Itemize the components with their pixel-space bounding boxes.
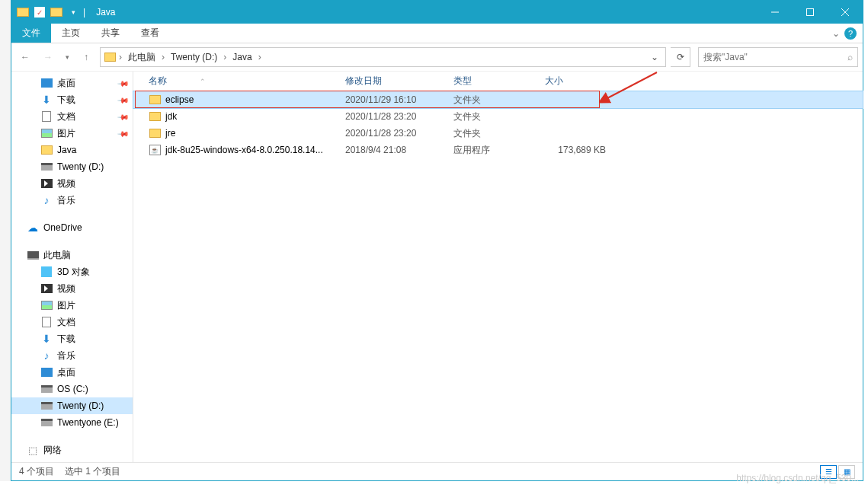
view-details-button[interactable]: ☰ <box>820 465 837 479</box>
folder-icon <box>40 144 53 156</box>
java-icon: ☕ <box>149 144 161 156</box>
body: 桌面📌⬇下载📌文档📌图片📌JavaTwenty (D:)视频♪音乐 ☁ OneD… <box>11 72 863 462</box>
sidebar-item-onedrive[interactable]: ☁ OneDrive <box>11 219 133 236</box>
chevron-right-icon[interactable]: › <box>117 52 123 62</box>
tab-home[interactable]: 主页 <box>51 24 91 43</box>
properties-icon[interactable]: ✓ <box>33 5 46 19</box>
address-bar[interactable]: › 此电脑 › Twenty (D:) › Java › ⌄ <box>100 47 666 67</box>
sidebar-item-this-pc[interactable]: 此电脑 <box>11 247 133 263</box>
music-icon: ♪ <box>40 194 53 206</box>
sidebar-item[interactable]: 图片 <box>11 297 133 314</box>
sidebar-item[interactable]: 3D 对象 <box>11 263 133 280</box>
chevron-right-icon[interactable]: › <box>222 52 228 62</box>
3d-icon <box>40 266 53 278</box>
view-icons-button[interactable]: ▦ <box>838 465 855 479</box>
breadcrumb-folder[interactable]: Java <box>229 50 255 64</box>
tab-share[interactable]: 共享 <box>91 24 130 43</box>
file-row[interactable]: ☕jdk-8u25-windows-x64-8.0.250.18.14...20… <box>133 142 863 158</box>
column-header-size[interactable]: 大小 <box>545 75 621 88</box>
tab-view[interactable]: 查看 <box>130 24 170 43</box>
column-label: 名称 <box>149 75 167 86</box>
tab-file[interactable]: 文件 <box>11 24 51 43</box>
sidebar-item[interactable]: 文档 <box>11 314 133 330</box>
minimize-button[interactable] <box>757 1 793 24</box>
file-date: 2020/11/29 16:10 <box>345 94 453 105</box>
breadcrumb-drive[interactable]: Twenty (D:) <box>168 50 220 64</box>
sidebar-item-label: 音乐 <box>57 349 75 362</box>
cloud-icon: ☁ <box>27 222 39 234</box>
status-bar: 4 个项目 选中 1 个项目 ☰ ▦ <box>11 462 863 480</box>
sidebar-item[interactable]: Twenty (D:) <box>11 397 133 414</box>
sidebar-item-label: 视频 <box>57 177 75 190</box>
sidebar-item[interactable]: 文档📌 <box>11 108 133 125</box>
desktop-icon <box>40 366 53 378</box>
file-date: 2018/9/4 21:08 <box>345 145 453 155</box>
qat-dropdown-icon[interactable]: ▾ <box>66 5 80 19</box>
column-header-name[interactable]: 名称 ⌃ <box>149 75 345 88</box>
sidebar-item-label: 桌面 <box>57 366 75 379</box>
drive-icon <box>40 416 53 429</box>
download-icon: ⬇ <box>40 94 53 106</box>
sidebar-item[interactable]: ♪音乐 <box>11 347 133 364</box>
download-icon: ⬇ <box>40 333 53 345</box>
sidebar-item[interactable]: ♪音乐 <box>11 192 133 209</box>
sidebar-item-network[interactable]: ⬚ 网络 <box>11 442 133 458</box>
file-size: 173,689 KB <box>545 145 621 155</box>
pc-icon <box>27 249 39 261</box>
background-fragment <box>0 0 11 481</box>
file-row[interactable]: jdk2020/11/28 23:20文件夹 <box>133 108 863 125</box>
recent-dropdown[interactable]: ▾ <box>62 48 72 66</box>
sidebar-item-label: 下载 <box>57 94 75 107</box>
folder-icon <box>16 5 30 19</box>
column-header-date[interactable]: 修改日期 <box>345 75 453 88</box>
forward-button[interactable]: → <box>39 48 57 66</box>
search-icon[interactable]: ⌕ <box>847 52 853 62</box>
file-list: eclipse2020/11/29 16:10文件夹jdk2020/11/28 … <box>133 91 863 462</box>
chevron-right-icon[interactable]: › <box>160 52 166 62</box>
search-input[interactable] <box>703 52 847 62</box>
titlebar: ✓ ▾ | Java <box>11 1 863 24</box>
sidebar-item[interactable]: Java <box>11 142 133 158</box>
sidebar-item[interactable]: OS (C:) <box>11 381 133 397</box>
chevron-down-icon[interactable]: ⌄ <box>832 28 840 39</box>
folder-icon <box>104 51 116 63</box>
video-icon <box>40 282 53 295</box>
file-row[interactable]: eclipse2020/11/29 16:10文件夹 <box>133 91 863 108</box>
chevron-right-icon[interactable]: › <box>257 52 263 62</box>
column-header-type[interactable]: 类型 <box>453 75 545 88</box>
maximize-button[interactable] <box>793 1 828 24</box>
sidebar-item[interactable]: Twenty (D:) <box>11 158 133 175</box>
file-name: jdk-8u25-windows-x64-8.0.250.18.14... <box>165 145 345 155</box>
sidebar-item[interactable]: ⬇下载 <box>11 330 133 347</box>
up-button[interactable]: ↑ <box>77 48 95 66</box>
refresh-button[interactable]: ⟳ <box>671 47 690 67</box>
sidebar-item[interactable]: 图片📌 <box>11 125 133 142</box>
column-headers: 名称 ⌃ 修改日期 类型 大小 <box>133 72 863 91</box>
navigation-pane: 桌面📌⬇下载📌文档📌图片📌JavaTwenty (D:)视频♪音乐 ☁ OneD… <box>11 72 133 462</box>
address-dropdown-icon[interactable]: ⌄ <box>647 52 662 62</box>
desktop-icon <box>40 77 53 89</box>
sidebar-item-label: 图片 <box>57 299 75 312</box>
sort-indicator-icon: ⌃ <box>200 78 206 85</box>
sidebar-item[interactable]: ⬇下载📌 <box>11 91 133 108</box>
pin-icon: 📌 <box>117 110 130 123</box>
sidebar-item-label: 此电脑 <box>43 249 71 262</box>
explorer-window: ✓ ▾ | Java 文件 主页 共享 查看 ⌄ ? ← → ▾ ↑ › 此电脑 <box>11 0 863 481</box>
breadcrumb-pc[interactable]: 此电脑 <box>125 49 159 65</box>
back-button[interactable]: ← <box>16 48 34 66</box>
pin-icon: 📌 <box>117 77 130 89</box>
sidebar-item-label: 文档 <box>57 316 75 329</box>
sidebar-item[interactable]: 视频 <box>11 280 133 297</box>
help-icon[interactable]: ? <box>844 27 857 40</box>
sidebar-item-label: 图片 <box>57 127 75 140</box>
search-box[interactable]: ⌕ <box>698 47 858 67</box>
sidebar-item[interactable]: 视频 <box>11 175 133 192</box>
folder-icon <box>50 5 63 19</box>
sidebar-item[interactable]: Twentyone (E:) <box>11 414 133 431</box>
sidebar-item[interactable]: 桌面📌 <box>11 75 133 91</box>
close-button[interactable] <box>828 1 863 24</box>
file-row[interactable]: jre2020/11/28 23:20文件夹 <box>133 125 863 142</box>
status-item-count: 4 个项目 <box>19 465 54 478</box>
sidebar-item[interactable]: 桌面 <box>11 364 133 381</box>
network-icon: ⬚ <box>27 444 39 456</box>
